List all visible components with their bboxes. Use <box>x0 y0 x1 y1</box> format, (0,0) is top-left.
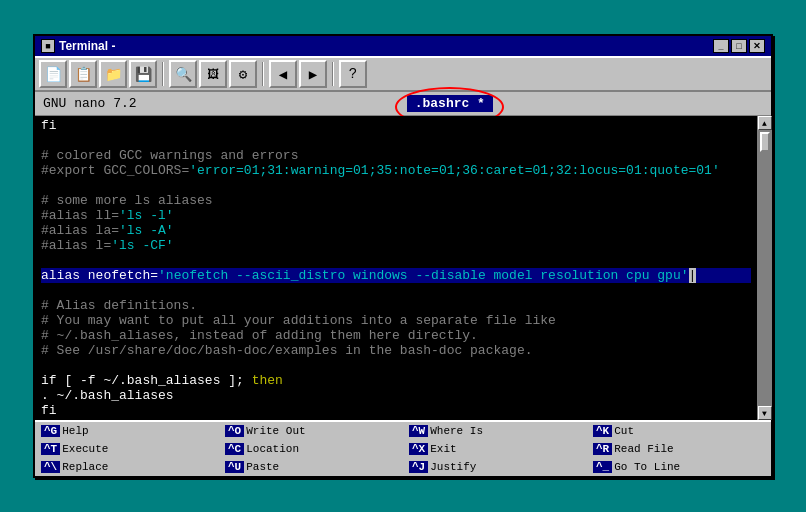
editor-line-highlighted: alias neofetch='neofetch --ascii_distro … <box>41 268 751 283</box>
editor-line: # ~/.bash_aliases, instead of adding the… <box>41 328 751 343</box>
replace-key[interactable]: ^\ <box>41 461 60 473</box>
nano-version: GNU nano 7.2 <box>43 96 137 111</box>
replace-label: Replace <box>62 461 108 473</box>
paste-label: Paste <box>246 461 279 473</box>
editor-line: #alias la='ls -A' <box>41 223 751 238</box>
status-readfile: ^R Read File <box>587 440 771 458</box>
toolbar-separator3 <box>332 62 334 86</box>
editor-content[interactable]: fi # colored GCC warnings and errors #ex… <box>35 116 757 420</box>
image-button[interactable]: 🖼 <box>199 60 227 88</box>
editor-line: # colored GCC warnings and errors <box>41 148 751 163</box>
window-title: Terminal - <box>59 39 115 53</box>
status-location: ^C Location <box>219 440 403 458</box>
editor-line: #alias ll='ls -l' <box>41 208 751 223</box>
new-button[interactable]: 📄 <box>39 60 67 88</box>
editor-line: fi <box>41 118 751 133</box>
editor-line <box>41 178 751 193</box>
editor-line: #export GCC_COLORS='error=01;31:warning=… <box>41 163 751 178</box>
status-justify: ^J Justify <box>403 458 587 476</box>
justify-label: Justify <box>430 461 476 473</box>
status-whereis: ^W Where Is <box>403 422 587 440</box>
copy-button[interactable]: 📋 <box>69 60 97 88</box>
whereis-key[interactable]: ^W <box>409 425 428 437</box>
editor-line: # Alias definitions. <box>41 298 751 313</box>
filename-text: .bashrc * <box>415 96 485 111</box>
editor-line <box>41 253 751 268</box>
status-bar: ^G Help ^O Write Out ^W Where Is ^K Cut … <box>35 420 771 476</box>
status-gotoline: ^_ Go To Line <box>587 458 771 476</box>
toolbar: 📄 📋 📁 💾 🔍 🖼 ⚙ ◀ ▶ ? <box>35 56 771 92</box>
open-button[interactable]: 📁 <box>99 60 127 88</box>
status-cut: ^K Cut <box>587 422 771 440</box>
readfile-key[interactable]: ^R <box>593 443 612 455</box>
writeout-key[interactable]: ^O <box>225 425 244 437</box>
cut-label: Cut <box>614 425 634 437</box>
status-replace: ^\ Replace <box>35 458 219 476</box>
editor-line: # You may want to put all your additions… <box>41 313 751 328</box>
location-key[interactable]: ^C <box>225 443 244 455</box>
toolbar-separator2 <box>262 62 264 86</box>
toolbar-separator <box>162 62 164 86</box>
status-exit: ^X Exit <box>403 440 587 458</box>
title-bar-left: ■ Terminal - <box>41 39 115 53</box>
scroll-track <box>758 130 772 406</box>
exit-key[interactable]: ^X <box>409 443 428 455</box>
find-button[interactable]: 🔍 <box>169 60 197 88</box>
status-execute: ^T Execute <box>35 440 219 458</box>
status-writeout: ^O Write Out <box>219 422 403 440</box>
save-button[interactable]: 💾 <box>129 60 157 88</box>
execute-key[interactable]: ^T <box>41 443 60 455</box>
gotoline-label: Go To Line <box>614 461 680 473</box>
exit-label: Exit <box>430 443 456 455</box>
nano-header: GNU nano 7.2 .bashrc * <box>35 92 771 116</box>
title-buttons: _ □ ✕ <box>713 39 765 53</box>
whereis-label: Where Is <box>430 425 483 437</box>
help-button[interactable]: ? <box>339 60 367 88</box>
editor-line: # See /usr/share/doc/bash-doc/examples i… <box>41 343 751 358</box>
scrollbar: ▲ ▼ <box>757 116 771 420</box>
readfile-label: Read File <box>614 443 673 455</box>
editor-line <box>41 358 751 373</box>
scroll-thumb[interactable] <box>760 132 770 152</box>
scroll-down-button[interactable]: ▼ <box>758 406 772 420</box>
editor-line <box>41 283 751 298</box>
paste-key[interactable]: ^U <box>225 461 244 473</box>
editor-line: # some more ls aliases <box>41 193 751 208</box>
editor-line <box>41 133 751 148</box>
gotoline-key[interactable]: ^_ <box>593 461 612 473</box>
title-bar: ■ Terminal - _ □ ✕ <box>35 36 771 56</box>
settings-button[interactable]: ⚙ <box>229 60 257 88</box>
close-button[interactable]: ✕ <box>749 39 765 53</box>
help-key[interactable]: ^G <box>41 425 60 437</box>
location-label: Location <box>246 443 299 455</box>
minimize-button[interactable]: _ <box>713 39 729 53</box>
editor-line: . ~/.bash_aliases <box>41 388 751 403</box>
execute-label: Execute <box>62 443 108 455</box>
scroll-up-button[interactable]: ▲ <box>758 116 772 130</box>
editor-line: fi <box>41 403 751 418</box>
title-icon: ■ <box>41 39 55 53</box>
editor-wrapper: fi # colored GCC warnings and errors #ex… <box>35 116 771 420</box>
writeout-label: Write Out <box>246 425 305 437</box>
cut-key[interactable]: ^K <box>593 425 612 437</box>
forward-button[interactable]: ▶ <box>299 60 327 88</box>
nano-filename: .bashrc * <box>406 94 494 113</box>
help-label: Help <box>62 425 88 437</box>
maximize-button[interactable]: □ <box>731 39 747 53</box>
back-button[interactable]: ◀ <box>269 60 297 88</box>
terminal-window: ■ Terminal - _ □ ✕ 📄 📋 📁 💾 🔍 🖼 ⚙ ◀ ▶ ? G… <box>33 34 773 478</box>
editor-line: #alias l='ls -CF' <box>41 238 751 253</box>
status-paste: ^U Paste <box>219 458 403 476</box>
status-help: ^G Help <box>35 422 219 440</box>
editor-line: if [ -f ~/.bash_aliases ]; then <box>41 373 751 388</box>
justify-key[interactable]: ^J <box>409 461 428 473</box>
